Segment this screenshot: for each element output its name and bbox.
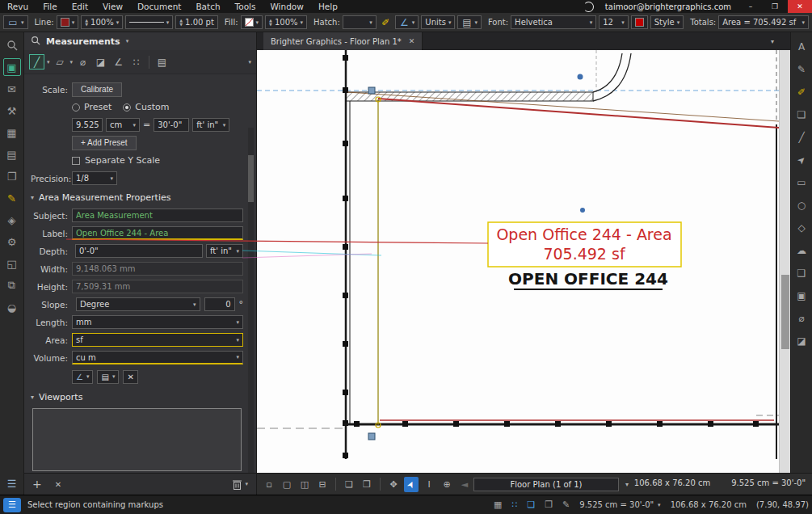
delete-viewport-button[interactable]: ✕ bbox=[55, 480, 61, 489]
mail-panel-icon[interactable]: ✉ bbox=[3, 80, 21, 98]
fill-color-dropdown[interactable]: ▾ bbox=[241, 15, 263, 29]
select-tool-icon[interactable]: ➤ bbox=[404, 477, 419, 492]
stepper-arrows[interactable]: ▲▼ bbox=[85, 19, 88, 27]
area-tool-icon[interactable]: ▱ bbox=[53, 54, 68, 70]
image-tool-icon[interactable]: ▣ bbox=[793, 288, 810, 304]
page-nav-chevron-icon[interactable]: ▾ bbox=[625, 481, 629, 488]
panel-scrollbar[interactable] bbox=[248, 128, 254, 473]
polygon-tool-icon[interactable]: ◇ bbox=[793, 220, 810, 236]
separate-y-checkbox[interactable]: Separate Y Scale bbox=[72, 155, 160, 166]
add-viewport-button[interactable]: + bbox=[32, 478, 42, 491]
cloud-tool-icon[interactable]: ☁ bbox=[793, 242, 810, 259]
panel-title-chevron-icon[interactable]: ▾ bbox=[126, 38, 129, 44]
sets-panel-icon[interactable]: ⧉ bbox=[3, 276, 21, 294]
control-point[interactable] bbox=[580, 208, 585, 213]
length-tool-icon[interactable]: ╱ bbox=[29, 54, 44, 70]
chevron-down-icon[interactable]: ▾ bbox=[47, 59, 50, 65]
font-dropdown[interactable]: Helvetica▾ bbox=[511, 15, 596, 29]
shape-preset-dropdown[interactable]: ▭▾ bbox=[3, 15, 28, 29]
canvas-vertical-scrollbar[interactable] bbox=[779, 50, 790, 473]
panel-scrollbar-thumb[interactable] bbox=[248, 155, 254, 202]
menu-edit[interactable]: Edit bbox=[65, 2, 95, 11]
panel-search-icon[interactable] bbox=[31, 36, 40, 48]
depth-input[interactable] bbox=[75, 244, 203, 258]
tab-close-icon[interactable]: ✕ bbox=[409, 37, 415, 45]
region-icon[interactable]: ▫ bbox=[262, 477, 276, 492]
totals-dropdown[interactable]: Area = 705.492 sf▾ bbox=[718, 15, 809, 29]
page-navigation-dropdown[interactable]: Floor Plan (1 of 1) bbox=[473, 478, 619, 491]
pages-panel-icon[interactable]: ▤ bbox=[3, 145, 21, 163]
settings-panel-icon[interactable]: ⚙ bbox=[3, 233, 21, 251]
single-page-view-icon[interactable]: ▢ bbox=[280, 477, 294, 492]
font-size-dropdown[interactable]: 12▾ bbox=[599, 15, 628, 29]
measurements-panel-icon[interactable]: ▣ bbox=[3, 58, 21, 76]
vertex-handle[interactable] bbox=[368, 87, 375, 94]
pen-tool-icon[interactable]: ✎ bbox=[793, 61, 810, 78]
area-measurement-markup[interactable]: Open Office 244 - Area 705.492 sf bbox=[488, 222, 681, 267]
cutout-tool-icon[interactable]: ◪ bbox=[93, 54, 108, 70]
previous-view-icon[interactable]: ◄ bbox=[457, 477, 472, 492]
markups-panel-icon[interactable]: ✎ bbox=[3, 189, 21, 207]
file-panel-icon[interactable]: ❐ bbox=[3, 167, 21, 185]
support-panel-icon[interactable]: ◒ bbox=[3, 298, 21, 316]
add-preset-button[interactable]: + Add Preset bbox=[72, 136, 137, 150]
menu-document[interactable]: Document bbox=[130, 2, 188, 11]
export-page-icon[interactable]: ❏ bbox=[342, 477, 356, 492]
note-tool-icon[interactable]: ❏ bbox=[793, 107, 810, 123]
eraser-tool-icon[interactable]: ◪ bbox=[793, 333, 810, 349]
viewports-section-header[interactable]: ▾ Viewports bbox=[31, 387, 243, 407]
menu-revu[interactable]: Revu bbox=[0, 2, 36, 11]
scrollbar-thumb[interactable] bbox=[781, 275, 789, 349]
minimize-button[interactable]: – bbox=[739, 0, 762, 13]
split-vertical-icon[interactable]: ◫ bbox=[297, 477, 312, 492]
line-tool-icon[interactable]: ╱ bbox=[793, 129, 810, 145]
calibrate-button[interactable]: Calibrate bbox=[72, 82, 122, 97]
length-unit-select[interactable]: mm▾ bbox=[72, 315, 243, 329]
split-horizontal-icon[interactable]: ⊟ bbox=[315, 477, 330, 492]
markups-list-button[interactable]: ☰ bbox=[3, 498, 21, 512]
highlighter-icon[interactable]: ✐ bbox=[379, 15, 393, 30]
scale-dropdown[interactable]: 9.525 cm = 30'-0" ▾ bbox=[579, 500, 660, 509]
diameter-tool-icon[interactable]: ⌀ bbox=[75, 54, 90, 70]
caption-dropdown[interactable]: ▤▾ bbox=[457, 15, 482, 29]
account-email[interactable]: taimoor@brightergraphics.com bbox=[605, 2, 731, 11]
style-dropdown[interactable]: Style▾ bbox=[650, 15, 684, 29]
scale-y-input[interactable] bbox=[154, 118, 189, 132]
thumbnails-panel-icon[interactable]: ▦ bbox=[3, 124, 21, 141]
search-icon[interactable] bbox=[3, 36, 21, 54]
area-unit-select[interactable]: sf▾ bbox=[72, 333, 243, 347]
fill-opacity-stepper[interactable]: ▲▼100%▾ bbox=[265, 15, 307, 29]
maximize-button[interactable]: ❐ bbox=[764, 0, 786, 13]
vertex-handle[interactable] bbox=[368, 433, 375, 440]
measure-tool-icon[interactable]: ⌀ bbox=[793, 310, 810, 327]
menu-tools[interactable]: Tools bbox=[228, 2, 263, 11]
menu-view[interactable]: View bbox=[95, 2, 130, 11]
spaces-panel-icon[interactable]: ◱ bbox=[3, 255, 21, 272]
preset-radio[interactable]: Preset bbox=[72, 102, 111, 112]
menu-batch[interactable]: Batch bbox=[188, 2, 227, 11]
line-color-dropdown[interactable]: ▾ bbox=[57, 15, 79, 29]
angle-tool-icon[interactable]: ∠ bbox=[111, 54, 126, 70]
text-tool-icon[interactable]: A bbox=[793, 39, 810, 55]
tools-panel-icon[interactable]: ⚒ bbox=[3, 102, 21, 120]
layers-panel-icon[interactable]: ◈ bbox=[3, 211, 21, 229]
menu-file[interactable]: File bbox=[36, 2, 65, 11]
text-select-tool-icon[interactable]: I bbox=[422, 477, 436, 492]
line-width-stepper[interactable]: ▲▼1.00 pt bbox=[175, 15, 218, 29]
hatch-dropdown[interactable]: ▾ bbox=[343, 15, 377, 29]
close-button[interactable]: ✕ bbox=[788, 0, 812, 13]
snap-to-markup-icon[interactable]: ❒ bbox=[545, 499, 553, 510]
measure-style-dropdown[interactable]: ∠▾ bbox=[395, 15, 419, 29]
zoom-tool-icon[interactable]: ⊕ bbox=[440, 477, 454, 492]
scale-x-input[interactable] bbox=[72, 118, 103, 132]
leader-style-dropdown[interactable]: ∠▾ bbox=[72, 370, 93, 384]
trash-button[interactable]: ▾ bbox=[233, 479, 248, 490]
stepper-arrows[interactable]: ▲▼ bbox=[179, 19, 183, 27]
menu-window[interactable]: Window bbox=[263, 2, 310, 11]
pan-tool-icon[interactable]: ✥ bbox=[386, 477, 401, 492]
callout-tool-icon[interactable]: ❑ bbox=[793, 265, 810, 281]
font-color-dropdown[interactable] bbox=[631, 15, 648, 29]
precision-select[interactable]: 1/8▾ bbox=[72, 171, 117, 185]
scale-y-unit-select[interactable]: ft' in"▾ bbox=[192, 118, 229, 132]
depth-unit-select[interactable]: ft' in"▾ bbox=[206, 244, 243, 258]
